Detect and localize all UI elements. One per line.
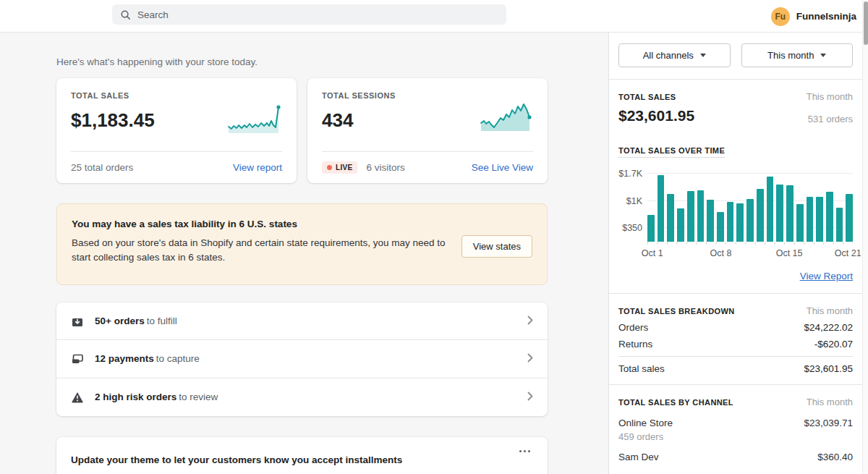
chart-bar: [647, 215, 655, 242]
scrollbar-thumb[interactable]: [864, 1, 868, 45]
live-label: LIVE: [336, 164, 352, 172]
divider: [609, 293, 862, 294]
theme-update-card: Update your theme to let your customers …: [56, 437, 548, 474]
main-content: Here's what's happening with your store …: [0, 33, 608, 474]
overflow-menu-icon[interactable]: [515, 446, 535, 457]
total-sessions-card: TOTAL SESSIONS 434 LIVE: [307, 78, 548, 183]
chart-bar: [776, 185, 783, 242]
warning-icon: [71, 391, 84, 404]
divider: [609, 79, 862, 80]
total-sales-sparkline: [226, 101, 284, 140]
analytics-sidebar: All channels This month TOTAL SALES This…: [608, 33, 862, 474]
total-orders-text: 25 total orders: [71, 162, 133, 173]
tasks-card: 50+ ordersto fulfill 12 paymentsto captu…: [56, 302, 548, 416]
channel-orders-count: 459 orders: [618, 431, 853, 442]
period-dropdown[interactable]: This month: [741, 43, 854, 67]
search-placeholder: Search: [137, 9, 169, 20]
chart-bar: [757, 189, 764, 242]
visitors-text: 6 visitors: [366, 162, 404, 173]
live-dot-icon: [327, 165, 332, 170]
chart-x-tick-label: Oct 21: [835, 248, 861, 258]
tax-liability-banner: You may have a sales tax liability in 6 …: [56, 203, 548, 285]
chart-x-tick-label: Oct 15: [776, 248, 803, 258]
sales-over-time-section: TOTAL SALES OVER TIME $350$1K$1.7K Oct 1…: [618, 143, 853, 282]
chart-bar: [826, 192, 833, 242]
chart-bar: [807, 197, 814, 242]
chart-bar: [707, 200, 714, 242]
breakdown-row-orders: Orders $24,222.02: [618, 322, 853, 333]
chart-bar: [658, 175, 665, 242]
section-label: TOTAL SALES: [618, 93, 676, 101]
section-label: TOTAL SALES BREAKDOWN: [618, 307, 735, 316]
sales-breakdown-section: TOTAL SALES BREAKDOWN This month Orders …: [618, 305, 853, 374]
sales-bar-chart: $350$1K$1.7K Oct 1Oct 8Oct 15Oct 21: [618, 169, 853, 260]
chevron-down-icon: [820, 54, 826, 57]
chevron-down-icon: [700, 54, 706, 57]
chevron-right-icon: [527, 315, 533, 328]
chart-bar: [767, 177, 774, 242]
channel-row-sam-dev: Sam Dev $360.40: [618, 452, 853, 462]
view-report-link-sidebar[interactable]: View Report: [800, 271, 853, 282]
chart-x-labels: Oct 1Oct 8Oct 15Oct 21: [647, 248, 853, 260]
orders-icon: [71, 315, 84, 328]
task-label: 12 paymentsto capture: [95, 353, 200, 364]
chart-y-tick-label: $350: [622, 223, 642, 233]
section-label: TOTAL SALES BY CHANNEL: [618, 398, 733, 407]
search-icon: [120, 9, 131, 20]
banner-body: Based on your store's data in Shopify an…: [72, 236, 466, 265]
chart-bar: [796, 204, 804, 242]
user-menu[interactable]: Fu Funnelsninja: [771, 0, 856, 33]
chart-bar: [727, 202, 734, 242]
sidebar-total-sales: TOTAL SALES This month $23,601.95 531 or…: [618, 91, 853, 124]
user-name: Funnelsninja: [796, 11, 856, 22]
page-scrollbar: [862, 0, 868, 474]
chart-bar: [697, 190, 705, 242]
orders-count: 531 orders: [808, 114, 853, 124]
chart-y-tick-label: $1K: [626, 196, 642, 206]
total-sales-card: TOTAL SALES $1,183.45 25 total orders Vi…: [56, 78, 297, 183]
chart-bar: [836, 208, 843, 242]
chart-bar: [846, 194, 853, 242]
section-period: This month: [807, 397, 853, 407]
breakdown-row-total: Total sales $23,601.95: [618, 363, 853, 374]
total-sales-label: TOTAL SALES: [71, 91, 282, 100]
chart-x-tick-label: Oct 8: [710, 248, 731, 258]
sales-by-channel-section: TOTAL SALES BY CHANNEL This month Online…: [618, 397, 853, 462]
chevron-right-icon: [527, 352, 533, 365]
divider: [618, 356, 853, 357]
see-live-view-link[interactable]: See Live View: [472, 162, 533, 173]
payments-icon: [71, 352, 84, 365]
chart-bar: [677, 208, 684, 242]
chart-bar: [736, 203, 744, 242]
topbar: Search Fu Funnelsninja: [0, 0, 868, 33]
channels-dropdown[interactable]: All channels: [618, 43, 731, 67]
section-period: This month: [807, 91, 853, 102]
channel-row-online-store: Online Store $23,039.71: [618, 418, 853, 428]
view-report-link[interactable]: View report: [233, 162, 282, 173]
chart-bar: [687, 191, 694, 242]
task-label: 2 high risk ordersto review: [95, 392, 218, 402]
task-high-risk-orders[interactable]: 2 high risk ordersto review: [56, 378, 548, 416]
chart-bar: [786, 185, 793, 242]
chart-bar: [667, 194, 674, 242]
search-input[interactable]: Search: [112, 4, 506, 25]
theme-card-title: Update your theme to let your customers …: [71, 454, 533, 465]
avatar: Fu: [771, 7, 790, 26]
chart-title: TOTAL SALES OVER TIME: [618, 146, 725, 158]
total-sessions-label: TOTAL SESSIONS: [322, 91, 533, 100]
section-period: This month: [807, 305, 853, 316]
live-badge: LIVE: [322, 161, 357, 174]
view-states-button[interactable]: View states: [461, 235, 532, 258]
task-payments-to-capture[interactable]: 12 paymentsto capture: [56, 340, 548, 378]
chart-bar: [746, 199, 754, 242]
divider: [609, 384, 862, 385]
total-sessions-sparkline: [477, 101, 535, 140]
chevron-right-icon: [527, 391, 533, 404]
chart-bar: [717, 212, 724, 242]
total-sales-amount: $23,601.95: [618, 107, 694, 124]
chart-bar: [816, 197, 823, 242]
chart-x-tick-label: Oct 1: [642, 248, 663, 258]
task-orders-to-fulfill[interactable]: 50+ ordersto fulfill: [56, 302, 548, 340]
task-label: 50+ ordersto fulfill: [95, 316, 177, 326]
greeting-text: Here's what's happening with your store …: [56, 56, 548, 67]
